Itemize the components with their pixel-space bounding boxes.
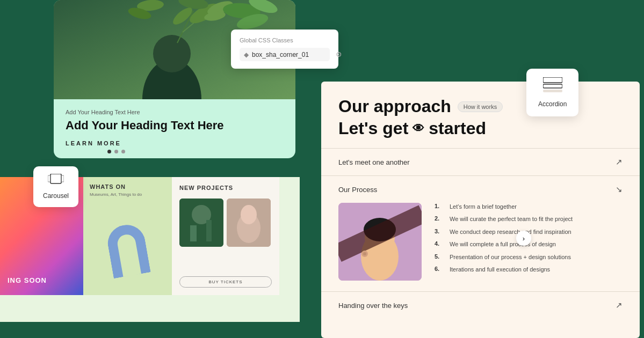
css-classes-popup: Global CSS Classes ◆ ⚙ <box>231 30 338 69</box>
step-num-3: 3. <box>435 228 444 234</box>
accordion-row-3-label: Handing over the keys <box>338 302 408 310</box>
panel-header: Our approach How it works Let's get 👁 st… <box>321 82 640 148</box>
carousel-widget-text: Carousel <box>43 192 69 200</box>
svg-point-2 <box>153 35 191 72</box>
step-num-6: 6. <box>435 266 444 272</box>
tagline: Let's get 👁 started <box>338 119 623 138</box>
step-text-1: Let's form a brief together <box>450 203 517 211</box>
slide-2-title: WHATS ON <box>90 183 165 190</box>
accordion-expanded-body: 1. Let's form a brief together 2. We wil… <box>338 203 623 281</box>
accordion-arrow-2: ↘ <box>616 185 623 194</box>
step-text-5: Presentation of our process + design sol… <box>450 253 571 261</box>
approach-row: Our approach How it works <box>338 97 623 116</box>
svg-rect-32 <box>543 77 562 83</box>
step-num-2: 2. <box>435 215 444 222</box>
step-text-3: We conduct deep research and find inspir… <box>450 228 571 236</box>
process-step-6: 6. Iterations and full execution of desi… <box>435 266 623 274</box>
process-step-1: 1. Let's form a brief together <box>435 203 623 211</box>
hero-card: Add Your Heading Text Here Add Your Head… <box>54 0 295 158</box>
approach-title: Our approach <box>338 97 451 116</box>
svg-rect-15 <box>50 174 61 183</box>
carousel-slide-3: NEW PROJECTS <box>172 177 279 295</box>
accordion-row-1-label: Let's meet one another <box>338 158 410 166</box>
carousel-next-button[interactable]: › <box>516 231 531 246</box>
hero-heading: Add Your Heading Text Here <box>66 119 284 133</box>
accordion-arrow-3: ↗ <box>616 300 623 310</box>
svg-point-24 <box>241 205 257 224</box>
carousel-dot-2[interactable] <box>114 150 118 153</box>
slide-3-img-b <box>227 199 271 247</box>
accordion-row-2-header[interactable]: Our Process ↘ <box>338 176 623 203</box>
svg-rect-21 <box>206 220 212 241</box>
step-text-6: Iterations and full execution of designs <box>450 266 550 274</box>
svg-rect-20 <box>190 225 197 241</box>
hero-breadcrumb: Add Your Heading Text Here <box>66 109 284 115</box>
accordion-row-3[interactable]: Handing over the keys ↗ <box>321 291 640 319</box>
slide-1-label: ING SOON <box>8 276 47 284</box>
slide-2-subtitle: Museums, Art, Things to do <box>90 192 165 197</box>
process-image <box>338 203 422 281</box>
css-popup-input-wrap: ◆ ⚙ <box>240 48 330 61</box>
step-text-4: We will complete a full process of desig… <box>450 240 556 248</box>
carousel-slide-2: WHATS ON Museums, Art, Things to do <box>83 177 172 295</box>
right-panel: Our approach How it works Let's get 👁 st… <box>321 82 640 338</box>
svg-rect-33 <box>543 84 562 88</box>
step-num-4: 4. <box>435 240 444 247</box>
step-text-2: We will curate the perfect team to fit t… <box>450 215 573 223</box>
css-popup-title: Global CSS Classes <box>240 37 330 43</box>
accordion-row-2-expanded: Our Process ↘ <box>321 175 640 291</box>
tagline-text: Let's get <box>338 119 408 138</box>
css-tag-icon: ◆ <box>244 51 249 58</box>
accordion-widget-text: Accordion <box>538 100 567 108</box>
eye-emoji: 👁 <box>413 122 424 136</box>
svg-rect-34 <box>543 90 562 92</box>
svg-point-31 <box>363 252 366 255</box>
hero-cta-button[interactable]: LEARN MORE <box>66 140 284 146</box>
slide-2-image <box>90 201 165 289</box>
step-num-1: 1. <box>435 203 444 209</box>
carousel-dot-1[interactable] <box>107 150 111 153</box>
accordion-arrow-1: ↗ <box>616 157 623 167</box>
step-num-5: 5. <box>435 253 444 260</box>
css-class-input[interactable] <box>252 51 332 58</box>
process-step-2: 2. We will curate the perfect team to fi… <box>435 215 623 223</box>
blue-arch-shape <box>105 222 150 279</box>
hero-card-content: Add Your Heading Text Here Add Your Head… <box>54 99 295 158</box>
tagline-text2: started <box>429 119 486 138</box>
accordion-icon <box>543 77 562 96</box>
how-it-works-badge[interactable]: How it works <box>458 101 503 112</box>
carousel-icon <box>48 174 64 189</box>
accordion-row-2-label: Our Process <box>338 186 377 194</box>
slide-3-buy-button[interactable]: BUY TICKETS <box>179 276 272 288</box>
slide-3-images <box>179 199 272 271</box>
slide-3-img-a <box>179 199 223 247</box>
slide-3-title: NEW PROJECTS <box>179 185 272 191</box>
gear-icon[interactable]: ⚙ <box>336 50 342 58</box>
process-step-5: 5. Presentation of our process + design … <box>435 253 623 261</box>
carousel-widget-label[interactable]: Carousel <box>33 166 78 207</box>
carousel-dots <box>107 150 125 153</box>
accordion-row-1[interactable]: Let's meet one another ↗ <box>321 148 640 175</box>
carousel-dot-3[interactable] <box>121 150 125 153</box>
accordion-widget-label[interactable]: Accordion <box>526 69 578 116</box>
